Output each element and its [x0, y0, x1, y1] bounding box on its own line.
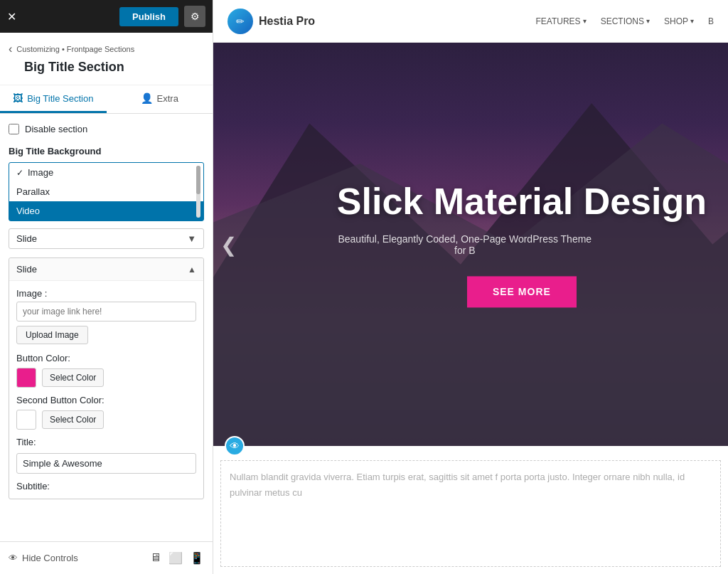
- nav-link-features[interactable]: FEATURES ▾: [536, 16, 587, 26]
- back-arrow-icon[interactable]: ‹: [9, 43, 12, 55]
- preview-bottom-section: 👁 Nullam blandit gravida viverra. Etiam …: [213, 446, 728, 574]
- check-icon: ✓: [16, 168, 23, 178]
- disable-section-checkbox[interactable]: [9, 124, 19, 134]
- tablet-view-icon[interactable]: ⬜: [168, 551, 183, 565]
- slide-select-label: Slide: [16, 233, 37, 244]
- nav-link-shop[interactable]: SHOP ▾: [664, 16, 694, 26]
- second-button-color-row: Select Color: [16, 410, 196, 430]
- top-bar-actions: Publish ⚙: [119, 6, 205, 27]
- dropdown-scrollbar: [196, 166, 200, 218]
- panel-content: Disable section Big Title Background ✓ I…: [0, 114, 213, 541]
- slide-section-body: Image : Upload Image Button Color: Selec…: [9, 280, 203, 499]
- hero-cta-button[interactable]: SEE MORE: [467, 276, 577, 307]
- view-icons: 🖥 ⬜ 📱: [150, 551, 204, 565]
- hero-subtitle: Beautiful, Elegantly Coded, One-Page Wor…: [337, 233, 593, 256]
- second-button-color-label: Second Button Color:: [16, 395, 196, 405]
- hide-controls-label: Hide Controls: [22, 553, 78, 563]
- slide-section-label: Slide: [16, 264, 37, 275]
- dropdown-scrollbar-thumb: [196, 166, 200, 194]
- section-indicator: 👁: [225, 436, 245, 456]
- nav-b-label: B: [708, 16, 714, 26]
- tab-big-title[interactable]: 🖼 Big Title Section: [0, 85, 107, 113]
- chevron-up-icon: ▲: [188, 265, 196, 275]
- dropdown-item-video-label: Video: [16, 206, 40, 216]
- tabs: 🖼 Big Title Section 👤 Extra: [0, 85, 213, 114]
- top-bar: ✕ Publish ⚙: [0, 0, 213, 33]
- title-field-label: Title:: [16, 437, 196, 447]
- tab-big-title-label: Big Title Section: [27, 93, 93, 104]
- dropdown-item-image-label: Image: [28, 167, 53, 178]
- slide-section-header[interactable]: Slide ▲: [9, 258, 203, 280]
- mobile-view-icon[interactable]: 📱: [190, 551, 204, 565]
- hero-section: ❮ Slick Material Design Beautiful, Elega…: [213, 43, 728, 446]
- dropdown-item-parallax[interactable]: Parallax: [9, 182, 203, 201]
- eye-indicator-icon: 👁: [230, 440, 240, 452]
- hide-controls-button[interactable]: 👁 Hide Controls: [9, 553, 78, 563]
- preview-panel: ✏ Hestia Pro FEATURES ▾ SECTIONS ▾ SHOP …: [213, 0, 728, 574]
- dropdown-item-image[interactable]: ✓ Image: [9, 163, 203, 182]
- preview-logo: ✏ Hestia Pro: [228, 9, 315, 34]
- nav-sections-label: SECTIONS: [601, 16, 644, 26]
- preview-bottom-border: Nullam blandit gravida viverra. Etiam tu…: [220, 460, 721, 567]
- close-icon[interactable]: ✕: [7, 10, 16, 23]
- logo-icon: ✏: [228, 9, 253, 34]
- nav-link-sections[interactable]: SECTIONS ▾: [601, 16, 650, 26]
- prev-slide-icon[interactable]: ❮: [220, 233, 237, 256]
- hero-background: ❮ Slick Material Design Beautiful, Elega…: [213, 43, 728, 446]
- tab-extra[interactable]: 👤 Extra: [107, 85, 213, 113]
- background-type-dropdown[interactable]: ✓ Image Parallax Video: [9, 162, 204, 221]
- publish-button[interactable]: Publish: [119, 7, 178, 26]
- big-title-tab-icon: 🖼: [13, 92, 23, 104]
- breadcrumb-path: Customizing • Frontpage Sections: [16, 45, 134, 53]
- nav-shop-label: SHOP: [664, 16, 688, 26]
- preview-bottom-text: Nullam blandit gravida viverra. Etiam tu…: [230, 469, 712, 501]
- nav-features-arrow: ▾: [583, 17, 587, 25]
- gear-button[interactable]: ⚙: [184, 6, 205, 27]
- left-panel: ✕ Publish ⚙ ‹ Customizing • Frontpage Se…: [0, 0, 213, 574]
- background-label: Big Title Background: [9, 146, 204, 156]
- preview-nav-links: FEATURES ▾ SECTIONS ▾ SHOP ▾ B: [536, 16, 714, 26]
- nav-features-label: FEATURES: [536, 16, 581, 26]
- tab-extra-label: Extra: [157, 93, 178, 104]
- chevron-down-icon: ▼: [187, 233, 196, 244]
- desktop-view-icon[interactable]: 🖥: [150, 551, 161, 565]
- nav-link-b[interactable]: B: [708, 16, 714, 26]
- nav-sections-arrow: ▾: [646, 17, 650, 25]
- button-color-swatch[interactable]: [16, 368, 36, 388]
- image-field-label: Image :: [16, 288, 196, 299]
- disable-section-row: Disable section: [9, 124, 204, 134]
- hero-title: Slick Material Design: [337, 181, 707, 222]
- slide-section: Slide ▲ Image : Upload Image Button Colo…: [9, 257, 204, 499]
- subtitle-field-label: Subtitle:: [16, 481, 196, 491]
- slide-select[interactable]: Slide ▼: [9, 228, 204, 249]
- preview-navbar: ✏ Hestia Pro FEATURES ▾ SECTIONS ▾ SHOP …: [213, 0, 728, 43]
- breadcrumb-area: ‹ Customizing • Frontpage Sections Big T…: [0, 33, 213, 85]
- bottom-bar: 👁 Hide Controls 🖥 ⬜ 📱: [0, 541, 213, 574]
- extra-tab-icon: 👤: [141, 92, 153, 104]
- section-title: Big Title Section: [9, 60, 204, 82]
- dropdown-item-parallax-label: Parallax: [16, 186, 50, 197]
- button-color-label: Button Color:: [16, 353, 196, 363]
- dropdown-item-video[interactable]: Video: [9, 201, 203, 220]
- button-color-row: Select Color: [16, 368, 196, 388]
- nav-shop-arrow: ▾: [690, 17, 694, 25]
- hero-content: Slick Material Design Beautiful, Elegant…: [337, 181, 707, 307]
- image-url-input[interactable]: [16, 302, 196, 321]
- disable-section-label: Disable section: [25, 124, 87, 134]
- select-color-button[interactable]: Select Color: [42, 368, 104, 387]
- second-button-color-swatch[interactable]: [16, 410, 36, 430]
- upload-image-button[interactable]: Upload Image: [16, 326, 88, 344]
- select-color-2-button[interactable]: Select Color: [42, 410, 104, 429]
- logo-pencil-icon: ✏: [236, 16, 245, 27]
- breadcrumb: ‹ Customizing • Frontpage Sections: [9, 43, 204, 55]
- title-input[interactable]: [16, 453, 196, 474]
- eye-icon: 👁: [9, 553, 18, 563]
- logo-text: Hestia Pro: [259, 15, 315, 28]
